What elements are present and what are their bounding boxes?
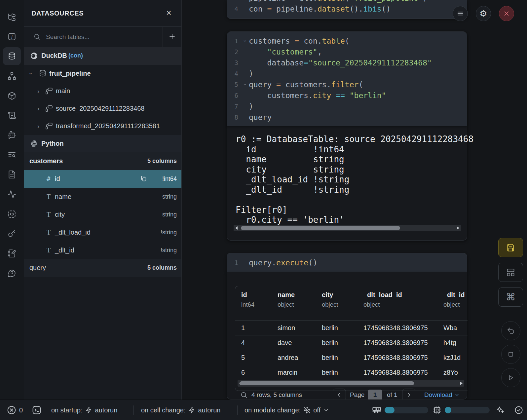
code-editor[interactable]: 1query.execute() bbox=[227, 257, 467, 268]
chat-bot-icon[interactable] bbox=[8, 131, 16, 139]
file-tree-icon[interactable] bbox=[8, 13, 16, 21]
on-module-change-setting[interactable]: on module change: off bbox=[245, 400, 329, 420]
field-row-dlt-id[interactable]: T _dlt_id !string bbox=[24, 241, 181, 259]
scrollbar-thumb[interactable] bbox=[240, 381, 414, 385]
page-number-input[interactable]: 1 bbox=[368, 390, 382, 400]
on-startup-setting[interactable]: on startup: autorun bbox=[51, 400, 117, 420]
horizontal-scrollbar[interactable] bbox=[234, 225, 461, 231]
functions-icon[interactable]: f bbox=[8, 32, 16, 41]
text-type-icon: T bbox=[45, 241, 52, 259]
chevron-down-icon[interactable] bbox=[30, 65, 37, 82]
table-cell: h4tg bbox=[437, 339, 468, 347]
search-icon bbox=[33, 33, 41, 40]
scroll-left-arrow-icon[interactable] bbox=[235, 226, 238, 230]
table-cell: 5 bbox=[235, 354, 272, 362]
table-cell: 1 bbox=[235, 324, 272, 332]
column-header[interactable]: _dlt_id bbox=[443, 291, 468, 299]
shutdown-button[interactable] bbox=[499, 6, 514, 21]
documentation-scroll-icon[interactable] bbox=[8, 111, 16, 120]
table-header-customers[interactable]: customers 5 columns bbox=[24, 152, 181, 170]
tree-item-database[interactable]: fruit_pipeline bbox=[24, 65, 181, 82]
python-section-label: Python bbox=[41, 135, 64, 152]
run-button[interactable] bbox=[501, 368, 520, 387]
field-row-name[interactable]: T name string bbox=[24, 188, 181, 206]
tracing-icon[interactable] bbox=[8, 190, 16, 199]
field-row-dlt-load-id[interactable]: T _dlt_load_id !string bbox=[24, 223, 181, 241]
copy-icon[interactable] bbox=[140, 175, 147, 182]
lightning-icon bbox=[85, 406, 93, 414]
settings-button[interactable]: ⚙ bbox=[476, 6, 491, 21]
logs-search-icon[interactable] bbox=[8, 150, 16, 159]
notebook-menu-button[interactable] bbox=[453, 6, 468, 21]
cpu-progress-bar bbox=[445, 407, 490, 413]
tree-item-schema-main[interactable]: main bbox=[24, 82, 181, 100]
table-cell: 6 bbox=[235, 369, 272, 376]
snippets-icon[interactable] bbox=[8, 170, 16, 179]
errors-indicator[interactable]: 0 bbox=[7, 400, 23, 420]
column-header[interactable]: city bbox=[322, 291, 358, 299]
search-icon[interactable] bbox=[240, 391, 247, 399]
table-row[interactable]: 4daveberlin1745968348.3806975h4tg bbox=[235, 335, 468, 350]
table-row[interactable]: 5andreaberlin1745968348.3806975kzJ1d bbox=[235, 350, 468, 365]
python-logo-icon bbox=[30, 140, 38, 148]
undo-button[interactable] bbox=[501, 321, 520, 340]
save-button[interactable] bbox=[498, 238, 523, 257]
table-horizontal-scrollbar[interactable] bbox=[238, 380, 464, 387]
code-cell-1[interactable]: pipeline = dlt.attach("fruit_pipeline") … bbox=[227, 0, 467, 19]
table-row[interactable]: 6marcinberlin1745968348.3806975z8Yo bbox=[235, 365, 468, 380]
field-type: string bbox=[162, 188, 177, 206]
marimo-notebook-app: f DATASOURCES × DuckDB (con) bbox=[0, 0, 527, 420]
code-editor[interactable]: 4con = pipeline.dataset().ibis() bbox=[227, 3, 467, 14]
close-icon[interactable]: × bbox=[164, 9, 173, 18]
connection-row-duckdb[interactable]: DuckDB (con) bbox=[24, 47, 181, 65]
layout-toggle-button[interactable] bbox=[498, 263, 523, 282]
stop-button[interactable] bbox=[501, 345, 520, 364]
column-count: 5 columns bbox=[147, 259, 177, 277]
table-cell: berlin bbox=[316, 369, 358, 376]
code-editor[interactable]: 1customers = con.table(2 "customers",3 d… bbox=[227, 35, 467, 123]
error-count: 0 bbox=[19, 406, 23, 414]
column-header[interactable]: _dlt_load_id bbox=[363, 291, 437, 299]
field-row-id[interactable]: # id !int64 bbox=[24, 170, 181, 188]
terminal-button[interactable] bbox=[32, 400, 42, 420]
dependency-graph-icon[interactable] bbox=[8, 72, 16, 80]
field-row-city[interactable]: T city string bbox=[24, 206, 181, 223]
column-header[interactable]: name bbox=[278, 291, 316, 299]
add-datasource-button[interactable] bbox=[163, 26, 181, 47]
chevron-right-icon[interactable] bbox=[37, 100, 44, 117]
secrets-key-icon[interactable] bbox=[8, 229, 16, 238]
table-row[interactable]: 1simonberlin1745968348.3806975Wba bbox=[235, 320, 468, 335]
ai-assistant-button[interactable] bbox=[496, 400, 505, 420]
chevron-right-icon[interactable] bbox=[37, 117, 44, 135]
divider bbox=[133, 405, 134, 415]
lightning-icon bbox=[188, 406, 196, 414]
code-cell-3[interactable]: 1query.execute() bbox=[227, 253, 467, 272]
table-header-query[interactable]: query 5 columns bbox=[24, 259, 181, 277]
notebook-edit-icon[interactable] bbox=[8, 249, 16, 258]
search-input[interactable] bbox=[45, 30, 156, 44]
tree-item-schema-source[interactable]: source_202504291112283468 bbox=[24, 100, 181, 117]
table-name: query bbox=[29, 259, 46, 277]
number-type-icon: # bbox=[45, 170, 52, 188]
terminal-icon bbox=[32, 405, 42, 415]
chevron-right-icon[interactable] bbox=[37, 82, 44, 100]
scrollbar-thumb[interactable] bbox=[241, 226, 400, 230]
scratchpad-code-icon[interactable] bbox=[8, 210, 16, 218]
column-type: object bbox=[278, 301, 316, 308]
packages-icon[interactable] bbox=[8, 92, 16, 100]
connection-status-indicator[interactable] bbox=[514, 400, 523, 420]
datasources-icon[interactable] bbox=[8, 52, 16, 60]
tree-item-schema-transformed[interactable]: transformed_202504291112283581 bbox=[24, 117, 181, 135]
result-table: idint64 nameobject cityobject _dlt_load_… bbox=[235, 286, 468, 391]
scroll-right-arrow-icon[interactable] bbox=[460, 382, 463, 385]
on-cell-change-setting[interactable]: on cell change: autorun bbox=[141, 400, 220, 420]
column-header[interactable]: id bbox=[241, 291, 272, 299]
code-cell-2[interactable]: 1customers = con.table(2 "customers",3 d… bbox=[227, 31, 467, 241]
command-palette-button[interactable]: ⌘ bbox=[498, 287, 523, 307]
table-header-row[interactable]: idint64 nameobject cityobject _dlt_load_… bbox=[235, 286, 468, 320]
play-icon bbox=[507, 373, 515, 382]
python-section-row[interactable]: Python bbox=[24, 135, 181, 152]
scroll-right-arrow-icon[interactable] bbox=[457, 226, 459, 230]
datasources-panel: DATASOURCES × DuckDB (con) fruit_pipelin… bbox=[24, 0, 182, 400]
help-icon[interactable] bbox=[8, 269, 16, 278]
